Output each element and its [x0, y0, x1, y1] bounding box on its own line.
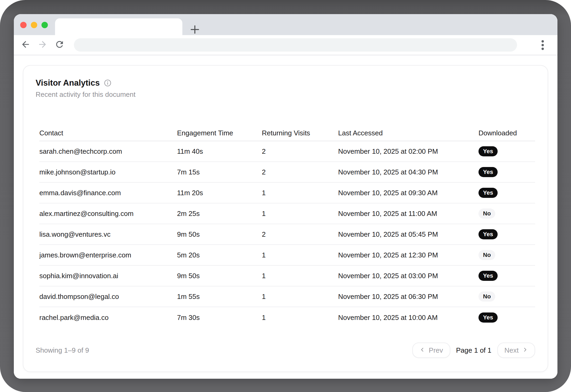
column-header-engagement: Engagement Time — [177, 129, 262, 137]
cell-contact: james.brown@enterprise.com — [39, 251, 177, 259]
prev-label: Prev — [429, 346, 443, 355]
page-content: Visitor Analytics Recent activity for th… — [14, 56, 557, 379]
downloaded-cell: Yes — [478, 229, 535, 239]
page-subtitle: Recent activity for this document — [36, 90, 535, 99]
arrow-left-icon — [20, 39, 31, 51]
cell-contact: david.thompson@legal.co — [39, 293, 177, 301]
column-header-downloaded: Downloaded — [478, 129, 535, 137]
reload-icon — [54, 39, 65, 51]
column-header-accessed: Last Accessed — [338, 129, 478, 137]
browser-menu-button[interactable] — [537, 40, 548, 50]
chevron-right-icon — [522, 346, 528, 355]
minimize-window-button[interactable] — [31, 22, 37, 28]
visitor-table: Contact Engagement Time Returning Visits… — [39, 125, 535, 328]
cell-engagement: 9m 50s — [177, 230, 262, 239]
table-row[interactable]: sarah.chen@techcorp.com 11m 40s 2 Novemb… — [39, 141, 535, 162]
downloaded-badge: Yes — [478, 271, 498, 281]
cell-returning: 1 — [262, 251, 338, 259]
downloaded-badge: Yes — [478, 229, 498, 239]
info-icon[interactable] — [104, 79, 112, 87]
forward-button[interactable] — [37, 40, 48, 50]
cell-engagement: 2m 25s — [177, 210, 262, 218]
downloaded-cell: No — [478, 250, 535, 260]
cell-accessed: November 10, 2025 at 10:00 AM — [338, 314, 478, 322]
close-window-button[interactable] — [20, 22, 27, 28]
downloaded-badge: Yes — [478, 312, 498, 323]
table-header-row: Contact Engagement Time Returning Visits… — [39, 125, 535, 141]
cell-contact: alex.martinez@consulting.com — [39, 210, 177, 218]
url-input[interactable] — [74, 38, 517, 52]
downloaded-badge: No — [478, 208, 495, 219]
cell-engagement: 11m 20s — [177, 189, 262, 197]
cell-engagement: 7m 30s — [177, 314, 262, 322]
table-row[interactable]: emma.davis@finance.com 11m 20s 1 Novembe… — [39, 183, 535, 203]
page-title: Visitor Analytics — [36, 78, 100, 88]
next-label: Next — [505, 346, 519, 355]
downloaded-cell: Yes — [478, 188, 535, 198]
tab-strip — [14, 14, 557, 35]
back-button[interactable] — [20, 40, 31, 50]
browser-toolbar — [14, 35, 557, 55]
table-row[interactable]: alex.martinez@consulting.com 2m 25s 1 No… — [39, 203, 535, 224]
cell-contact: lisa.wong@ventures.vc — [39, 230, 177, 239]
cell-accessed: November 10, 2025 at 12:30 PM — [338, 251, 478, 259]
arrow-right-icon — [37, 39, 48, 51]
kebab-vertical-icon — [541, 40, 544, 50]
cell-contact: sarah.chen@techcorp.com — [39, 147, 177, 156]
downloaded-cell: Yes — [478, 271, 535, 281]
table-row[interactable]: sophia.kim@innovation.ai 9m 50s 1 Novemb… — [39, 266, 535, 286]
cell-returning: 1 — [262, 210, 338, 218]
cell-contact: rachel.park@media.co — [39, 314, 177, 322]
cell-returning: 2 — [262, 168, 338, 176]
cell-accessed: November 10, 2025 at 03:00 PM — [338, 272, 478, 280]
cell-engagement: 7m 15s — [177, 168, 262, 176]
table-row[interactable]: mike.johnson@startup.io 7m 15s 2 Novembe… — [39, 162, 535, 183]
downloaded-cell: No — [478, 291, 535, 302]
cell-contact: emma.davis@finance.com — [39, 189, 177, 197]
table-row[interactable]: lisa.wong@ventures.vc 9m 50s 2 November … — [39, 224, 535, 245]
column-header-returning: Returning Visits — [262, 129, 338, 137]
card-footer: Showing 1–9 of 9 Prev Page 1 of 1 Next — [36, 343, 535, 358]
downloaded-cell: No — [478, 208, 535, 219]
downloaded-badge: No — [478, 250, 495, 260]
pagination: Prev Page 1 of 1 Next — [412, 343, 535, 358]
visitor-analytics-card: Visitor Analytics Recent activity for th… — [23, 65, 548, 372]
downloaded-badge: No — [478, 291, 495, 302]
cell-engagement: 5m 20s — [177, 251, 262, 259]
downloaded-badge: Yes — [478, 188, 498, 198]
chevron-left-icon — [419, 346, 425, 355]
column-header-contact: Contact — [39, 129, 177, 137]
cell-engagement: 9m 50s — [177, 272, 262, 280]
cell-returning: 2 — [262, 230, 338, 239]
next-page-button[interactable]: Next — [497, 343, 535, 358]
downloaded-cell: Yes — [478, 312, 535, 323]
browser-window: Visitor Analytics Recent activity for th… — [14, 14, 557, 379]
prev-page-button[interactable]: Prev — [412, 343, 450, 358]
zoom-window-button[interactable] — [41, 22, 48, 28]
plus-icon — [190, 25, 199, 35]
cell-accessed: November 10, 2025 at 05:45 PM — [338, 230, 478, 239]
cell-accessed: November 10, 2025 at 02:00 PM — [338, 147, 478, 156]
cell-accessed: November 10, 2025 at 06:30 PM — [338, 293, 478, 301]
cell-engagement: 1m 55s — [177, 293, 262, 301]
browser-tab[interactable] — [55, 18, 182, 35]
downloaded-cell: Yes — [478, 146, 535, 156]
downloaded-badge: Yes — [478, 146, 498, 156]
table-body: sarah.chen@techcorp.com 11m 40s 2 Novemb… — [39, 141, 535, 328]
table-row[interactable]: james.brown@enterprise.com 5m 20s 1 Nove… — [39, 245, 535, 266]
downloaded-cell: Yes — [478, 167, 535, 177]
cell-returning: 1 — [262, 314, 338, 322]
cell-returning: 1 — [262, 293, 338, 301]
table-row[interactable]: david.thompson@legal.co 1m 55s 1 Novembe… — [39, 286, 535, 307]
window-controls — [20, 22, 48, 28]
table-row[interactable]: rachel.park@media.co 7m 30s 1 November 1… — [39, 307, 535, 328]
page-indicator: Page 1 of 1 — [456, 346, 492, 355]
cell-returning: 2 — [262, 147, 338, 156]
reload-button[interactable] — [54, 40, 65, 50]
new-tab-button[interactable] — [189, 24, 201, 36]
card-header: Visitor Analytics Recent activity for th… — [23, 66, 548, 99]
cell-accessed: November 10, 2025 at 11:00 AM — [338, 210, 478, 218]
cell-returning: 1 — [262, 272, 338, 280]
cell-contact: sophia.kim@innovation.ai — [39, 272, 177, 280]
downloaded-badge: Yes — [478, 167, 498, 177]
